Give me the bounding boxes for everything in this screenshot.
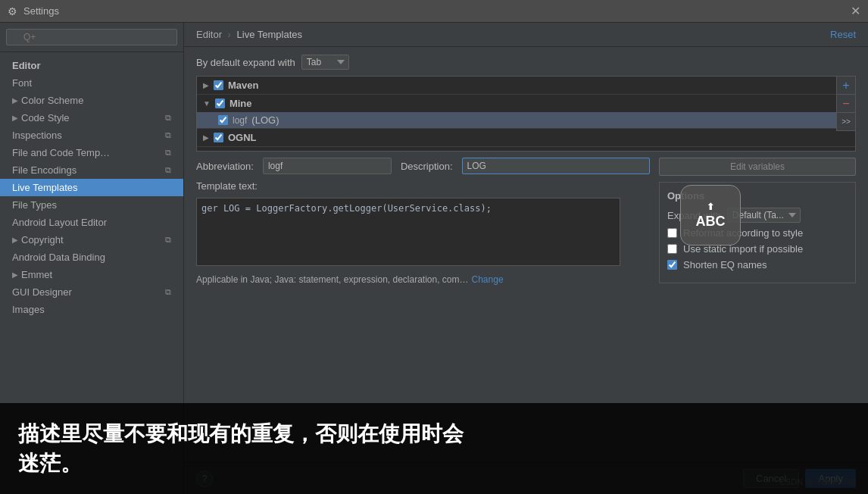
sidebar-item-file-code-temp[interactable]: File and Code Temp… ⧉ bbox=[0, 144, 183, 161]
search-input[interactable] bbox=[6, 29, 177, 45]
sidebar-item-images[interactable]: Images bbox=[0, 301, 183, 318]
mine-label: Mine bbox=[229, 98, 252, 109]
sidebar-item-label: Emmet bbox=[21, 269, 52, 280]
settings-window: ⚙ Settings ✕ Editor Font ▶ Color Scheme bbox=[0, 0, 868, 494]
window-title: Settings bbox=[23, 5, 59, 17]
sidebar-item-label: File Encodings bbox=[12, 164, 76, 176]
sidebar-item-copyright[interactable]: ▶ Copyright ⧉ bbox=[0, 231, 183, 249]
logf-checkbox[interactable] bbox=[218, 115, 228, 125]
sidebar-item-code-style[interactable]: ▶ Code Style ⧉ bbox=[0, 109, 183, 127]
sidebar-item-font[interactable]: Font bbox=[0, 74, 183, 92]
applicable-change-link[interactable]: Change bbox=[472, 274, 504, 285]
expand-with-select[interactable]: Default (Ta... Tab Enter bbox=[727, 208, 801, 223]
static-import-checkbox[interactable] bbox=[667, 244, 677, 254]
chevron-right-icon: ▶ bbox=[203, 81, 209, 89]
sidebar-item-color-scheme[interactable]: ▶ Color Scheme bbox=[0, 92, 183, 109]
maven-checkbox[interactable] bbox=[214, 80, 223, 90]
breadcrumb-parent: Editor bbox=[196, 29, 222, 40]
reformat-checkbox[interactable] bbox=[667, 228, 677, 238]
settings-icon: ⚙ bbox=[8, 5, 17, 17]
breadcrumb-current: Live Templates bbox=[237, 29, 302, 40]
textarea-wrapper: ger LOG = LoggerFactory.getLogger(UserSe… bbox=[196, 198, 650, 268]
maven-group-header[interactable]: ▶ Maven bbox=[197, 77, 855, 94]
panel-header: Editor › Live Templates Reset bbox=[184, 23, 868, 47]
copy-icon: ⧉ bbox=[165, 148, 171, 158]
copy-icon: ⧉ bbox=[165, 113, 171, 123]
chevron-right-icon: ▶ bbox=[12, 96, 18, 105]
sidebar-item-emmet[interactable]: ▶ Emmet bbox=[0, 266, 183, 283]
template-group-maven: ▶ Maven bbox=[197, 77, 855, 95]
template-text-label: Template text: bbox=[196, 180, 650, 192]
static-import-label: Use static import if possible bbox=[683, 243, 803, 255]
abbreviation-input[interactable] bbox=[263, 158, 392, 174]
sidebar-item-android-layout-editor[interactable]: Android Layout Editor bbox=[0, 214, 183, 231]
overlay-tooltip: 描述里尽量不要和现有的重复，否则在使用时会迷茫。 bbox=[0, 403, 868, 494]
sidebar-item-label: Inspections bbox=[12, 130, 62, 141]
description-label: Description: bbox=[401, 161, 453, 172]
add-template-button[interactable]: + bbox=[837, 77, 855, 95]
chevron-right-icon: ▶ bbox=[12, 270, 18, 279]
chevron-down-icon: ▼ bbox=[203, 99, 211, 108]
mine-checkbox[interactable] bbox=[215, 98, 225, 108]
maven-label: Maven bbox=[228, 80, 258, 91]
templates-list: ▶ Maven ▼ Mine bbox=[196, 76, 856, 152]
applicable-row: Applicable in Java; Java: statement, exp… bbox=[196, 274, 650, 285]
shorten-eq-row: Shorten EQ names bbox=[667, 259, 848, 270]
expand-select[interactable]: Tab Enter Space bbox=[301, 55, 349, 70]
breadcrumb: Editor › Live Templates bbox=[196, 29, 302, 40]
sidebar-item-file-encodings[interactable]: File Encodings ⧉ bbox=[0, 161, 183, 179]
template-textarea[interactable]: ger LOG = LoggerFactory.getLogger(UserSe… bbox=[196, 198, 620, 266]
logf-abbr: logf bbox=[233, 115, 247, 126]
sidebar-item-label: Code Style bbox=[21, 112, 70, 123]
shorten-eq-checkbox[interactable] bbox=[667, 260, 677, 270]
templates-area: ▶ Maven ▼ Mine bbox=[196, 76, 856, 152]
panel-body: By default expand with Tab Enter Space bbox=[184, 47, 868, 462]
options-title: Options bbox=[667, 190, 848, 202]
expand-with-label: Expand with bbox=[667, 210, 721, 221]
chevron-right-icon: ▶ bbox=[203, 133, 209, 142]
edit-variables-button[interactable]: Edit variables bbox=[659, 158, 856, 176]
copy-icon: ⧉ bbox=[165, 165, 171, 175]
sidebar-item-file-types[interactable]: File Types bbox=[0, 196, 183, 214]
template-item-logf[interactable]: logf (LOG) bbox=[197, 112, 855, 128]
search-wrapper bbox=[6, 29, 177, 45]
sidebar-item-gui-designer[interactable]: GUI Designer ⧉ bbox=[0, 283, 183, 301]
sidebar-item-inspections[interactable]: Inspections ⧉ bbox=[0, 127, 183, 144]
sidebar-item-label: Font bbox=[12, 77, 32, 89]
expand-label: By default expand with bbox=[196, 57, 295, 68]
list-wrapper: ▶ Maven ▼ Mine bbox=[196, 76, 856, 152]
sidebar-item-label: Copyright bbox=[21, 234, 64, 245]
copy-icon: ⧉ bbox=[165, 287, 171, 297]
template-group-ognl: ▶ OGNL bbox=[197, 129, 855, 147]
sidebar-item-label: Live Templates bbox=[12, 182, 77, 193]
template-group-mine: ▼ Mine logf (LOG) bbox=[197, 95, 855, 129]
options-panel: Options Expand with Default (Ta... Tab E… bbox=[659, 182, 856, 283]
static-import-row: Use static import if possible bbox=[667, 243, 848, 255]
reformat-label: Reformat according to style bbox=[683, 227, 803, 239]
close-button[interactable]: ✕ bbox=[851, 4, 860, 18]
reset-button[interactable]: Reset bbox=[830, 29, 856, 40]
sidebar-item-label: GUI Designer bbox=[12, 286, 72, 298]
ognl-checkbox[interactable] bbox=[214, 133, 223, 142]
remove-template-button[interactable]: − bbox=[837, 95, 855, 113]
abbreviation-label: Abbreviation: bbox=[196, 161, 254, 172]
description-input[interactable] bbox=[462, 158, 650, 174]
editor-section: Editor Font ▶ Color Scheme ▶ Code Style … bbox=[0, 52, 183, 323]
ognl-group-header[interactable]: ▶ OGNL bbox=[197, 129, 855, 146]
sidebar-item-android-data-binding[interactable]: Android Data Binding bbox=[0, 249, 183, 266]
list-actions: + − >> bbox=[836, 77, 855, 131]
more-actions-button[interactable]: >> bbox=[837, 113, 855, 131]
ognl-label: OGNL bbox=[228, 132, 257, 143]
chevron-right-icon: ▶ bbox=[12, 236, 18, 244]
sidebar-item-live-templates[interactable]: Live Templates bbox=[0, 179, 183, 196]
abbr-desc-row: Abbreviation: Description: bbox=[196, 158, 650, 174]
title-bar: ⚙ Settings ✕ bbox=[0, 0, 868, 23]
sidebar-item-label: Android Layout Editor bbox=[12, 217, 107, 228]
editor-label: Editor bbox=[0, 57, 183, 74]
mine-group-header[interactable]: ▼ Mine bbox=[197, 95, 855, 112]
sidebar-item-label: Images bbox=[12, 304, 45, 315]
applicable-text: Applicable in Java; Java: statement, exp… bbox=[196, 274, 469, 285]
form-and-options: Abbreviation: Description: Template text… bbox=[196, 158, 856, 285]
overlay-text: 描述里尽量不要和现有的重复，否则在使用时会迷茫。 bbox=[18, 419, 464, 478]
copy-icon: ⧉ bbox=[165, 235, 171, 245]
